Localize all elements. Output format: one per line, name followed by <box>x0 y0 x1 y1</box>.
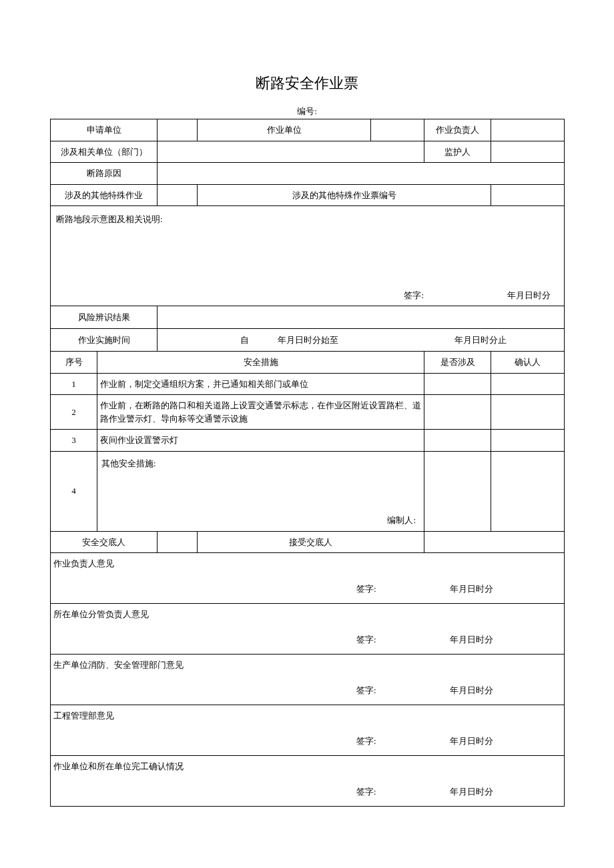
related-dept-label: 涉及相关单位（部门） <box>51 141 158 163</box>
col-confirm-header: 确认人 <box>491 352 565 374</box>
work-unit-label: 作业单位 <box>198 119 371 141</box>
permit-form-table: 申请单位 作业单位 作业负责人 涉及相关单位（部门） 监护人 断路原因 涉及的其… <box>50 119 565 807</box>
work-leader-label: 作业负责人 <box>424 119 491 141</box>
measure-confirm-2 <box>491 395 565 430</box>
measure-text-3: 夜间作业设置警示灯 <box>97 430 424 452</box>
other-ops-label: 涉及的其他特殊作业 <box>51 184 158 206</box>
opinion-1-sign-label: 签字: <box>356 582 396 596</box>
measure-involved-4 <box>424 451 491 531</box>
opinion-5-title: 作业单位和所在单位完工确认情况 <box>51 756 565 777</box>
diagram-datetime: 年月日时分 <box>507 289 551 302</box>
diagram-area: 断路地段示意图及相关说明: 签字: 年月日时分 <box>51 206 565 306</box>
opinion-5-sign-label: 签字: <box>356 785 396 799</box>
opinion-2-sign: 签字: 年月日时分 <box>51 625 565 655</box>
opinion-4-title: 工程管理部意见 <box>51 705 565 727</box>
applicant-unit-value <box>158 119 198 141</box>
opinion-2-title: 所在单位分管负责人意见 <box>51 604 565 625</box>
measure-text-2: 作业前，在断路的路口和相关道路上设置交通警示标志，在作业区附近设置路栏、道路作业… <box>97 395 424 430</box>
measure-no-2: 2 <box>51 395 97 430</box>
measure-involved-1 <box>424 373 491 395</box>
opinion-5-sign: 签字: 年月日时分 <box>51 777 565 807</box>
risk-value <box>158 306 565 329</box>
opinion-3-datetime: 年月日时分 <box>450 684 493 697</box>
related-dept-value <box>158 141 424 163</box>
opinion-2-datetime: 年月日时分 <box>450 633 493 646</box>
disclose-person-value <box>158 531 198 553</box>
measure-text-1: 作业前，制定交通组织方案，并已通知相关部门或单位 <box>97 373 424 395</box>
applicant-unit-label: 申请单位 <box>51 119 158 141</box>
col-no-header: 序号 <box>51 352 97 374</box>
measure-confirm-1 <box>491 373 565 395</box>
diagram-sign-label: 签字: <box>404 289 424 302</box>
measure-no-3: 3 <box>51 430 97 452</box>
reason-value <box>158 163 565 185</box>
opinion-4-datetime: 年月日时分 <box>450 735 493 748</box>
measure-text-4: 其他安全措施: 编制人: <box>97 451 424 531</box>
opinion-3-sign-label: 签字: <box>356 684 396 697</box>
opinion-1-title: 作业负责人意见 <box>51 553 565 574</box>
other-ops-no-label: 涉及的其他特殊作业票编号 <box>198 184 491 206</box>
measure-involved-2 <box>424 395 491 430</box>
serial-label: 编号: <box>50 105 564 117</box>
accept-person-value <box>424 531 565 553</box>
accept-person-label: 接受交底人 <box>198 531 424 553</box>
other-ops-value <box>158 184 198 206</box>
opinion-1-sign: 签字: 年月日时分 <box>51 574 565 604</box>
measure-no-4: 4 <box>51 451 97 531</box>
measure-involved-3 <box>424 430 491 452</box>
time-mid: 年月日时分始至 <box>278 335 338 345</box>
opinion-2-sign-label: 签字: <box>356 633 396 646</box>
time-from: 自 <box>240 335 249 345</box>
reason-label: 断路原因 <box>51 163 158 185</box>
page-title: 断路安全作业票 <box>50 73 564 93</box>
guardian-value <box>491 141 565 163</box>
opinion-3-title: 生产单位消防、安全管理部门意见 <box>51 655 565 676</box>
time-end: 年月日时分止 <box>454 335 507 345</box>
measure-confirm-4 <box>491 451 565 531</box>
measure-no-1: 1 <box>51 373 97 395</box>
opinion-3-sign: 签字: 年月日时分 <box>51 676 565 705</box>
guardian-label: 监护人 <box>424 141 491 163</box>
time-label: 作业实施时间 <box>51 329 158 352</box>
time-value: 自 年月日时分始至 年月日时分止 <box>158 329 565 352</box>
opinion-5-datetime: 年月日时分 <box>450 785 493 799</box>
opinion-4-sign-label: 签字: <box>356 735 396 748</box>
measure-confirm-3 <box>491 430 565 452</box>
opinion-4-sign: 签字: 年月日时分 <box>51 727 565 756</box>
work-unit-value <box>371 119 424 141</box>
opinion-1-datetime: 年月日时分 <box>450 582 493 596</box>
diagram-label: 断路地段示意图及相关说明: <box>53 210 561 229</box>
risk-label: 风险辨识结果 <box>51 306 158 329</box>
other-ops-no-value <box>491 184 565 206</box>
other-measure-header: 其他安全措施: <box>100 456 421 472</box>
col-involved-header: 是否涉及 <box>424 352 491 374</box>
disclose-person-label: 安全交底人 <box>51 531 158 553</box>
compiler-label: 编制人: <box>387 514 416 527</box>
work-leader-value <box>491 119 565 141</box>
col-measure-header: 安全措施 <box>97 352 424 374</box>
